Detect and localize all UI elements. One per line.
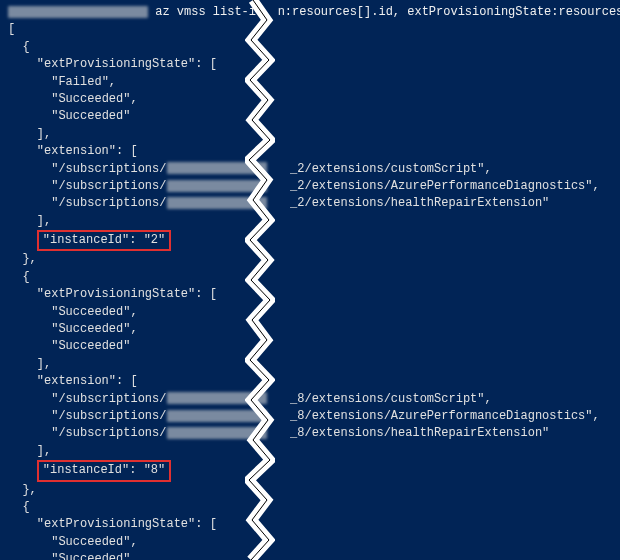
json-bracket-open: [ bbox=[8, 21, 612, 38]
brace-open: { bbox=[8, 39, 612, 56]
extension-key: "extension": [ bbox=[8, 373, 612, 390]
extension-path: "/subscriptions/ _8/extensions/customScr… bbox=[8, 391, 612, 408]
redacted-path bbox=[167, 410, 267, 422]
instance-id-highlight: "instanceId": "2" bbox=[37, 230, 171, 251]
instance-id-line: "instanceId": "2" bbox=[8, 230, 612, 251]
close-array: ], bbox=[8, 356, 612, 373]
instance-id-line: "instanceId": "8" bbox=[8, 460, 612, 481]
command-text-2: n:resources[].id, extProvisioningState:r… bbox=[278, 5, 620, 19]
status-line: "Succeeded", bbox=[8, 304, 612, 321]
close-array: ], bbox=[8, 213, 612, 230]
status-line: "Succeeded", bbox=[8, 534, 612, 551]
status-line: "Failed", bbox=[8, 74, 612, 91]
terminal-output: az vmss list-i n:resources[].id, extProv… bbox=[8, 4, 612, 560]
ext-prov-key: "extProvisioningState": [ bbox=[8, 286, 612, 303]
prompt-line[interactable]: az vmss list-i n:resources[].id, extProv… bbox=[8, 4, 612, 21]
extension-path: "/subscriptions/ _2/extensions/AzurePerf… bbox=[8, 178, 612, 195]
prompt-path-blur bbox=[8, 6, 148, 18]
command-text-1: az vmss list-i bbox=[155, 5, 256, 19]
extension-key: "extension": [ bbox=[8, 143, 612, 160]
close-array: ], bbox=[8, 126, 612, 143]
extension-path: "/subscriptions/ _8/extensions/healthRep… bbox=[8, 425, 612, 442]
status-line: "Succeeded" bbox=[8, 338, 612, 355]
redacted-path bbox=[167, 197, 267, 209]
redacted-path bbox=[167, 180, 267, 192]
brace-open: { bbox=[8, 269, 612, 286]
redacted-path bbox=[167, 427, 267, 439]
extension-path: "/subscriptions/ _2/extensions/healthRep… bbox=[8, 195, 612, 212]
status-line: "Succeeded", bbox=[8, 91, 612, 108]
ext-prov-key: "extProvisioningState": [ bbox=[8, 516, 612, 533]
extension-path: "/subscriptions/ _8/extensions/AzurePerf… bbox=[8, 408, 612, 425]
status-line: "Succeeded", bbox=[8, 551, 612, 560]
status-line: "Succeeded", bbox=[8, 321, 612, 338]
redacted-path bbox=[167, 392, 267, 404]
redacted-path bbox=[167, 162, 267, 174]
brace-close: }, bbox=[8, 251, 612, 268]
extension-path: "/subscriptions/ _2/extensions/customScr… bbox=[8, 161, 612, 178]
status-line: "Succeeded" bbox=[8, 108, 612, 125]
instance-id-highlight: "instanceId": "8" bbox=[37, 460, 171, 481]
brace-close: }, bbox=[8, 482, 612, 499]
ext-prov-key: "extProvisioningState": [ bbox=[8, 56, 612, 73]
brace-open: { bbox=[8, 499, 612, 516]
close-array: ], bbox=[8, 443, 612, 460]
